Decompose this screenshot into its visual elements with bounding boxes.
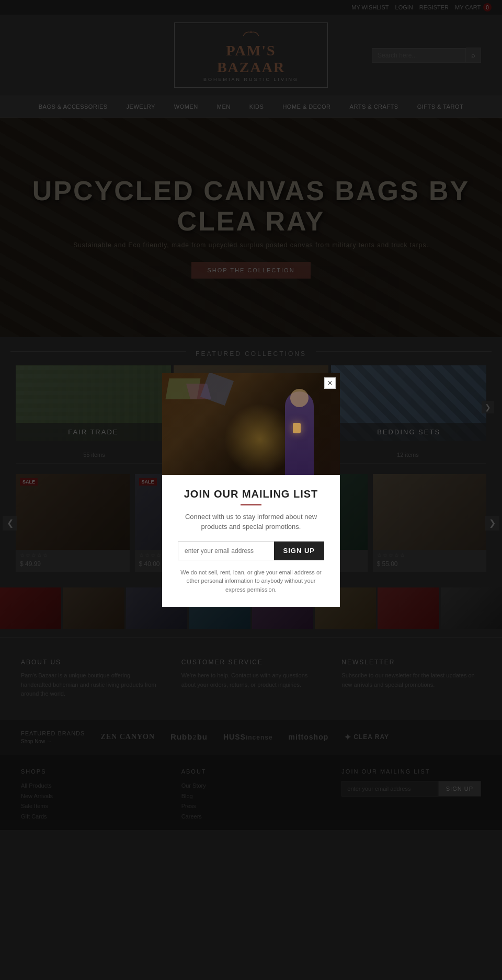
modal-close-button[interactable]: ✕: [324, 377, 336, 389]
modal-email-input[interactable]: [178, 541, 274, 560]
mailing-modal: ✕ JOIN OUR MAILING LIST Connect with us …: [162, 373, 340, 607]
modal-form: SIGN UP: [178, 541, 324, 560]
modal-title: JOIN OUR MAILING LIST: [178, 488, 324, 500]
modal-overlay[interactable]: ✕ JOIN OUR MAILING LIST Connect with us …: [0, 0, 502, 830]
modal-body: JOIN OUR MAILING LIST Connect with us to…: [162, 475, 340, 607]
modal-desc: Connect with us to stay informed about n…: [178, 512, 324, 532]
modal-signup-button[interactable]: SIGN UP: [274, 541, 324, 560]
modal-divider: [241, 504, 261, 505]
modal-privacy-text: We do not sell, rent, loan, or give your…: [178, 568, 324, 594]
modal-image: [162, 373, 340, 475]
